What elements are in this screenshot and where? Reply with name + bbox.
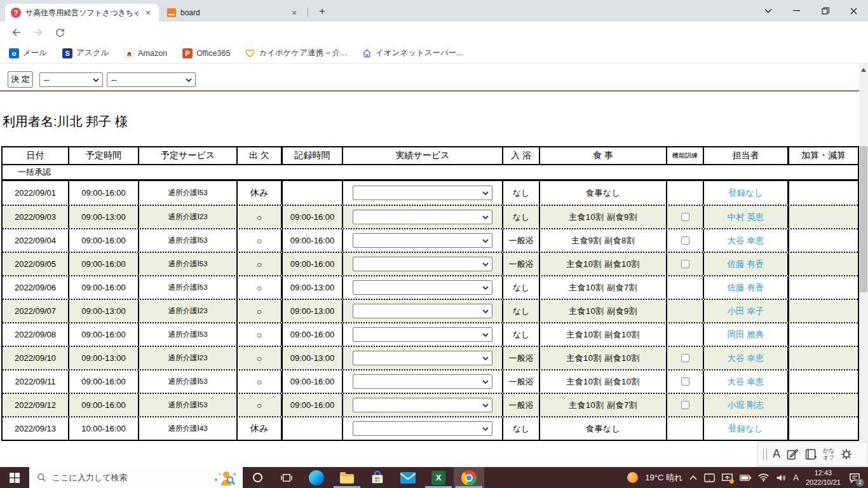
table-row: 2022/09/08 09:00-16:00 通所介護Ⅰ53 ○ 09:00-1… <box>3 322 858 346</box>
scrollbar-thumb[interactable] <box>860 146 867 292</box>
training-checkbox[interactable] <box>681 354 689 362</box>
bookmark-aeon[interactable]: イオンネットスーパー... <box>362 48 463 58</box>
staff-link[interactable]: 岡田 雅典 <box>728 329 764 341</box>
training-checkbox[interactable] <box>681 377 689 386</box>
clock[interactable]: 12:432022/10/21 <box>806 468 841 487</box>
bookmark-askul[interactable]: Sアスクル <box>62 48 109 58</box>
scroll-up-arrow-icon[interactable] <box>861 68 866 72</box>
staff-link[interactable]: 小田 幸子 <box>728 306 764 317</box>
ime-drag-handle[interactable] <box>763 449 767 460</box>
actual-service-select[interactable] <box>353 421 492 436</box>
tab-close-icon[interactable]: × <box>143 8 153 18</box>
taskbar-search-box[interactable]: ここに入力して検索 <box>29 467 243 488</box>
staff-link[interactable]: 中村 英恵 <box>728 212 764 223</box>
staff-link[interactable]: 小堀 剛志 <box>728 400 764 411</box>
cell-bath: なし <box>503 276 540 299</box>
tray-expand-chevron-icon[interactable] <box>689 475 697 480</box>
actual-service-select[interactable] <box>353 304 492 318</box>
cell-training <box>667 417 704 440</box>
cell-training <box>667 276 704 299</box>
taskbar-excel[interactable]: X <box>423 467 454 488</box>
tab-search-chevron-icon[interactable] <box>754 0 782 22</box>
bulk-approve-row[interactable]: 一括承認 <box>3 165 858 181</box>
daycare-records-table: 日付予定時間予定サービス出 欠記録時間実績サービス入 浴食 事機能訓練担当者加算… <box>1 146 859 441</box>
ime-kana-toggle[interactable]: かなオフ <box>823 447 834 461</box>
cell-bath: 一般浴 <box>503 229 540 252</box>
table-row: 2022/09/11 09:00-16:00 通所介護Ⅰ53 ○ 09:00-1… <box>3 369 858 393</box>
battery-icon[interactable] <box>740 475 751 481</box>
column-header: 出 欠 <box>238 147 283 164</box>
cortana-icon <box>253 473 262 482</box>
bookmark-kaipoke[interactable]: カイポケケア連携 – 介... <box>245 48 347 58</box>
actual-service-select[interactable] <box>353 210 492 224</box>
cell-plan-service: 通所介護Ⅰ53 <box>139 181 238 205</box>
back-icon[interactable] <box>9 25 24 40</box>
new-tab-button[interactable]: + <box>315 4 329 18</box>
restore-button[interactable] <box>811 0 839 22</box>
tab-board[interactable]: board × <box>161 4 305 22</box>
cell-plan-time: 09:00-13:00 <box>69 206 139 228</box>
ime-input-mode-button[interactable]: A <box>773 447 780 461</box>
bookmark-amazon[interactable]: aAmazon <box>124 48 167 58</box>
taskbar-edge[interactable] <box>301 467 332 488</box>
table-header-row: 日付予定時間予定サービス出 欠記録時間実績サービス入 浴食 事機能訓練担当者加算… <box>3 147 858 165</box>
cell-plan-time: 09:00-16:00 <box>69 370 139 393</box>
actual-service-select[interactable] <box>353 398 492 412</box>
cast-display-icon[interactable] <box>722 473 733 482</box>
forward-icon[interactable] <box>31 25 46 40</box>
taskbar-chrome[interactable] <box>454 467 484 488</box>
action-center-button[interactable]: 2 <box>848 471 862 485</box>
filter-select-1[interactable]: -- <box>39 72 103 87</box>
actual-service-select[interactable] <box>353 280 492 295</box>
file-explorer-icon <box>339 471 355 484</box>
ime-pen-tool-icon[interactable] <box>786 448 799 461</box>
taskbar-mail[interactable] <box>393 467 423 488</box>
bookmark-office365[interactable]: POffice365 <box>182 48 230 58</box>
training-checkbox[interactable] <box>681 236 689 245</box>
taskbar-store[interactable] <box>362 467 393 488</box>
page-scrollbar[interactable] <box>859 64 868 467</box>
training-checkbox[interactable] <box>681 260 689 268</box>
weather-sun-icon[interactable] <box>627 472 638 483</box>
wifi-icon[interactable] <box>758 473 769 482</box>
training-checkbox[interactable] <box>681 213 689 221</box>
cortana-button[interactable] <box>243 467 272 488</box>
ime-settings-gear-icon[interactable] <box>840 448 853 461</box>
table-row: 2022/09/07 09:00-13:00 通所介護Ⅰ23 ○ 09:00-1… <box>3 299 858 322</box>
tab-satsuki[interactable]: ? サ高住専用経営ソフトさつきちゃん × <box>5 4 159 22</box>
filter-select-2[interactable]: -- <box>107 72 196 87</box>
weather-text[interactable]: 19°C 晴れ <box>645 472 682 484</box>
training-checkbox[interactable] <box>681 401 689 409</box>
taskbar-file-explorer[interactable] <box>332 467 362 488</box>
actual-service-select[interactable] <box>353 351 492 365</box>
minimize-button[interactable] <box>782 0 811 22</box>
close-window-button[interactable] <box>839 0 868 22</box>
staff-link[interactable]: 佐藤 有香 <box>728 259 764 270</box>
ime-dictionary-icon[interactable] <box>804 448 817 461</box>
staff-link[interactable]: 登録なし <box>728 187 763 199</box>
actual-service-select[interactable] <box>353 374 492 389</box>
start-button[interactable] <box>0 467 29 488</box>
actual-service-select[interactable] <box>353 233 492 248</box>
staff-link[interactable]: 大谷 幸恵 <box>728 353 764 364</box>
bookmarks-bar: oメール Sアスクル aAmazon POffice365 カイポケケア連携 –… <box>0 43 868 64</box>
staff-link[interactable]: 大谷 幸恵 <box>728 376 764 388</box>
tablet-mode-icon[interactable] <box>704 473 715 482</box>
tab-close-icon[interactable]: × <box>289 8 299 18</box>
staff-link[interactable]: 佐藤 有香 <box>728 282 764 294</box>
task-view-button[interactable] <box>272 467 301 488</box>
staff-link[interactable]: 大谷 幸恵 <box>728 235 764 247</box>
volume-icon[interactable] <box>776 473 786 482</box>
cell-record-time: 09:00-16:00 <box>283 206 343 228</box>
decide-button[interactable]: 決 定 <box>8 71 33 88</box>
cell-addition-subtraction <box>789 370 858 393</box>
ime-mode-indicator[interactable]: A <box>793 473 799 482</box>
staff-link[interactable]: 登録なし <box>728 423 763 435</box>
bookmark-mail[interactable]: oメール <box>9 48 47 58</box>
cell-bath: なし <box>503 417 540 440</box>
reload-icon[interactable] <box>52 25 67 40</box>
actual-service-select[interactable] <box>353 186 492 200</box>
actual-service-select[interactable] <box>353 257 492 271</box>
table-row: 2022/09/03 09:00-13:00 通所介護Ⅰ23 ○ 09:00-1… <box>3 205 858 228</box>
actual-service-select[interactable] <box>353 327 492 342</box>
